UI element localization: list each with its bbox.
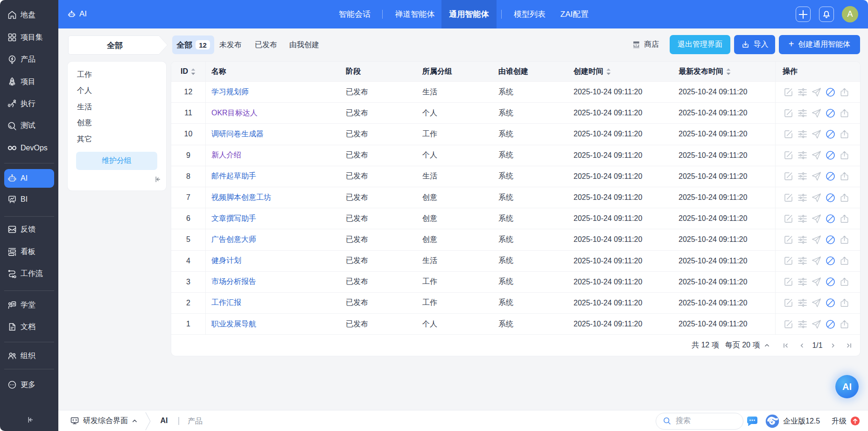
svg-text:全部: 全部 — [106, 41, 123, 50]
